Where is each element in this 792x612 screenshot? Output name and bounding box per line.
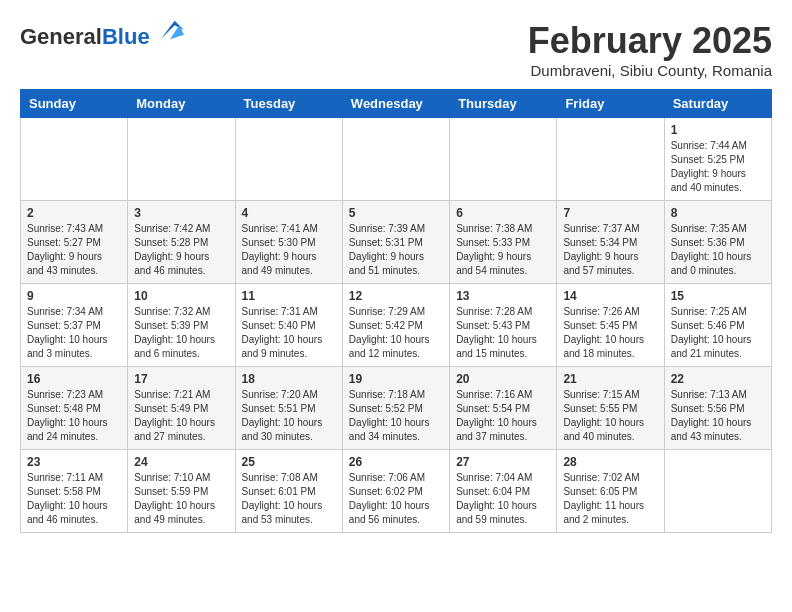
day-number: 13 bbox=[456, 289, 550, 303]
calendar-week-row: 16Sunrise: 7:23 AM Sunset: 5:48 PM Dayli… bbox=[21, 367, 772, 450]
calendar-weekday-header: Thursday bbox=[450, 90, 557, 118]
day-info: Sunrise: 7:35 AM Sunset: 5:36 PM Dayligh… bbox=[671, 222, 765, 278]
day-number: 5 bbox=[349, 206, 443, 220]
day-number: 3 bbox=[134, 206, 228, 220]
calendar-day-cell: 5Sunrise: 7:39 AM Sunset: 5:31 PM Daylig… bbox=[342, 201, 449, 284]
calendar-day-cell: 21Sunrise: 7:15 AM Sunset: 5:55 PM Dayli… bbox=[557, 367, 664, 450]
calendar-day-cell: 10Sunrise: 7:32 AM Sunset: 5:39 PM Dayli… bbox=[128, 284, 235, 367]
logo-general-text: General bbox=[20, 24, 102, 49]
day-info: Sunrise: 7:11 AM Sunset: 5:58 PM Dayligh… bbox=[27, 471, 121, 527]
day-info: Sunrise: 7:43 AM Sunset: 5:27 PM Dayligh… bbox=[27, 222, 121, 278]
calendar-day-cell bbox=[342, 118, 449, 201]
calendar-day-cell: 18Sunrise: 7:20 AM Sunset: 5:51 PM Dayli… bbox=[235, 367, 342, 450]
day-number: 28 bbox=[563, 455, 657, 469]
calendar-day-cell: 2Sunrise: 7:43 AM Sunset: 5:27 PM Daylig… bbox=[21, 201, 128, 284]
calendar-day-cell: 15Sunrise: 7:25 AM Sunset: 5:46 PM Dayli… bbox=[664, 284, 771, 367]
calendar-week-row: 2Sunrise: 7:43 AM Sunset: 5:27 PM Daylig… bbox=[21, 201, 772, 284]
day-info: Sunrise: 7:21 AM Sunset: 5:49 PM Dayligh… bbox=[134, 388, 228, 444]
calendar-day-cell: 26Sunrise: 7:06 AM Sunset: 6:02 PM Dayli… bbox=[342, 450, 449, 533]
calendar-day-cell: 24Sunrise: 7:10 AM Sunset: 5:59 PM Dayli… bbox=[128, 450, 235, 533]
day-info: Sunrise: 7:34 AM Sunset: 5:37 PM Dayligh… bbox=[27, 305, 121, 361]
day-number: 14 bbox=[563, 289, 657, 303]
day-number: 22 bbox=[671, 372, 765, 386]
calendar-day-cell: 7Sunrise: 7:37 AM Sunset: 5:34 PM Daylig… bbox=[557, 201, 664, 284]
day-info: Sunrise: 7:08 AM Sunset: 6:01 PM Dayligh… bbox=[242, 471, 336, 527]
calendar-weekday-header: Sunday bbox=[21, 90, 128, 118]
day-number: 27 bbox=[456, 455, 550, 469]
day-number: 8 bbox=[671, 206, 765, 220]
day-info: Sunrise: 7:20 AM Sunset: 5:51 PM Dayligh… bbox=[242, 388, 336, 444]
calendar-week-row: 1Sunrise: 7:44 AM Sunset: 5:25 PM Daylig… bbox=[21, 118, 772, 201]
calendar-day-cell bbox=[235, 118, 342, 201]
day-number: 21 bbox=[563, 372, 657, 386]
calendar-day-cell: 9Sunrise: 7:34 AM Sunset: 5:37 PM Daylig… bbox=[21, 284, 128, 367]
day-number: 7 bbox=[563, 206, 657, 220]
day-info: Sunrise: 7:29 AM Sunset: 5:42 PM Dayligh… bbox=[349, 305, 443, 361]
calendar-weekday-header: Saturday bbox=[664, 90, 771, 118]
calendar-weekday-header: Tuesday bbox=[235, 90, 342, 118]
calendar-week-row: 23Sunrise: 7:11 AM Sunset: 5:58 PM Dayli… bbox=[21, 450, 772, 533]
calendar-table: SundayMondayTuesdayWednesdayThursdayFrid… bbox=[20, 89, 772, 533]
day-number: 4 bbox=[242, 206, 336, 220]
location-subtitle: Dumbraveni, Sibiu County, Romania bbox=[528, 62, 772, 79]
calendar-day-cell: 19Sunrise: 7:18 AM Sunset: 5:52 PM Dayli… bbox=[342, 367, 449, 450]
day-info: Sunrise: 7:25 AM Sunset: 5:46 PM Dayligh… bbox=[671, 305, 765, 361]
day-number: 11 bbox=[242, 289, 336, 303]
calendar-day-cell: 27Sunrise: 7:04 AM Sunset: 6:04 PM Dayli… bbox=[450, 450, 557, 533]
day-info: Sunrise: 7:06 AM Sunset: 6:02 PM Dayligh… bbox=[349, 471, 443, 527]
day-number: 15 bbox=[671, 289, 765, 303]
page-header: GeneralBlue February 2025 Dumbraveni, Si… bbox=[20, 20, 772, 79]
day-info: Sunrise: 7:13 AM Sunset: 5:56 PM Dayligh… bbox=[671, 388, 765, 444]
day-number: 26 bbox=[349, 455, 443, 469]
calendar-weekday-header: Friday bbox=[557, 90, 664, 118]
calendar-day-cell: 14Sunrise: 7:26 AM Sunset: 5:45 PM Dayli… bbox=[557, 284, 664, 367]
day-number: 17 bbox=[134, 372, 228, 386]
day-number: 10 bbox=[134, 289, 228, 303]
calendar-weekday-header: Monday bbox=[128, 90, 235, 118]
day-number: 6 bbox=[456, 206, 550, 220]
calendar-day-cell: 16Sunrise: 7:23 AM Sunset: 5:48 PM Dayli… bbox=[21, 367, 128, 450]
logo-icon bbox=[156, 16, 184, 44]
calendar-header-row: SundayMondayTuesdayWednesdayThursdayFrid… bbox=[21, 90, 772, 118]
day-number: 9 bbox=[27, 289, 121, 303]
day-number: 23 bbox=[27, 455, 121, 469]
calendar-week-row: 9Sunrise: 7:34 AM Sunset: 5:37 PM Daylig… bbox=[21, 284, 772, 367]
day-number: 20 bbox=[456, 372, 550, 386]
calendar-day-cell: 4Sunrise: 7:41 AM Sunset: 5:30 PM Daylig… bbox=[235, 201, 342, 284]
calendar-day-cell: 28Sunrise: 7:02 AM Sunset: 6:05 PM Dayli… bbox=[557, 450, 664, 533]
calendar-day-cell bbox=[664, 450, 771, 533]
day-info: Sunrise: 7:23 AM Sunset: 5:48 PM Dayligh… bbox=[27, 388, 121, 444]
day-info: Sunrise: 7:16 AM Sunset: 5:54 PM Dayligh… bbox=[456, 388, 550, 444]
day-info: Sunrise: 7:15 AM Sunset: 5:55 PM Dayligh… bbox=[563, 388, 657, 444]
month-title: February 2025 bbox=[528, 20, 772, 62]
calendar-day-cell: 25Sunrise: 7:08 AM Sunset: 6:01 PM Dayli… bbox=[235, 450, 342, 533]
logo: GeneralBlue bbox=[20, 20, 184, 50]
calendar-weekday-header: Wednesday bbox=[342, 90, 449, 118]
calendar-day-cell: 20Sunrise: 7:16 AM Sunset: 5:54 PM Dayli… bbox=[450, 367, 557, 450]
calendar-day-cell bbox=[128, 118, 235, 201]
day-info: Sunrise: 7:44 AM Sunset: 5:25 PM Dayligh… bbox=[671, 139, 765, 195]
logo-blue-text: Blue bbox=[102, 24, 150, 49]
calendar-day-cell: 17Sunrise: 7:21 AM Sunset: 5:49 PM Dayli… bbox=[128, 367, 235, 450]
calendar-day-cell bbox=[21, 118, 128, 201]
day-info: Sunrise: 7:02 AM Sunset: 6:05 PM Dayligh… bbox=[563, 471, 657, 527]
calendar-day-cell bbox=[450, 118, 557, 201]
day-number: 18 bbox=[242, 372, 336, 386]
day-info: Sunrise: 7:38 AM Sunset: 5:33 PM Dayligh… bbox=[456, 222, 550, 278]
day-number: 12 bbox=[349, 289, 443, 303]
day-number: 16 bbox=[27, 372, 121, 386]
title-block: February 2025 Dumbraveni, Sibiu County, … bbox=[528, 20, 772, 79]
calendar-day-cell: 8Sunrise: 7:35 AM Sunset: 5:36 PM Daylig… bbox=[664, 201, 771, 284]
day-info: Sunrise: 7:10 AM Sunset: 5:59 PM Dayligh… bbox=[134, 471, 228, 527]
calendar-day-cell: 13Sunrise: 7:28 AM Sunset: 5:43 PM Dayli… bbox=[450, 284, 557, 367]
day-info: Sunrise: 7:32 AM Sunset: 5:39 PM Dayligh… bbox=[134, 305, 228, 361]
day-number: 25 bbox=[242, 455, 336, 469]
day-number: 24 bbox=[134, 455, 228, 469]
day-info: Sunrise: 7:31 AM Sunset: 5:40 PM Dayligh… bbox=[242, 305, 336, 361]
calendar-day-cell: 22Sunrise: 7:13 AM Sunset: 5:56 PM Dayli… bbox=[664, 367, 771, 450]
day-info: Sunrise: 7:42 AM Sunset: 5:28 PM Dayligh… bbox=[134, 222, 228, 278]
day-info: Sunrise: 7:37 AM Sunset: 5:34 PM Dayligh… bbox=[563, 222, 657, 278]
calendar-day-cell: 1Sunrise: 7:44 AM Sunset: 5:25 PM Daylig… bbox=[664, 118, 771, 201]
day-info: Sunrise: 7:26 AM Sunset: 5:45 PM Dayligh… bbox=[563, 305, 657, 361]
calendar-day-cell: 23Sunrise: 7:11 AM Sunset: 5:58 PM Dayli… bbox=[21, 450, 128, 533]
